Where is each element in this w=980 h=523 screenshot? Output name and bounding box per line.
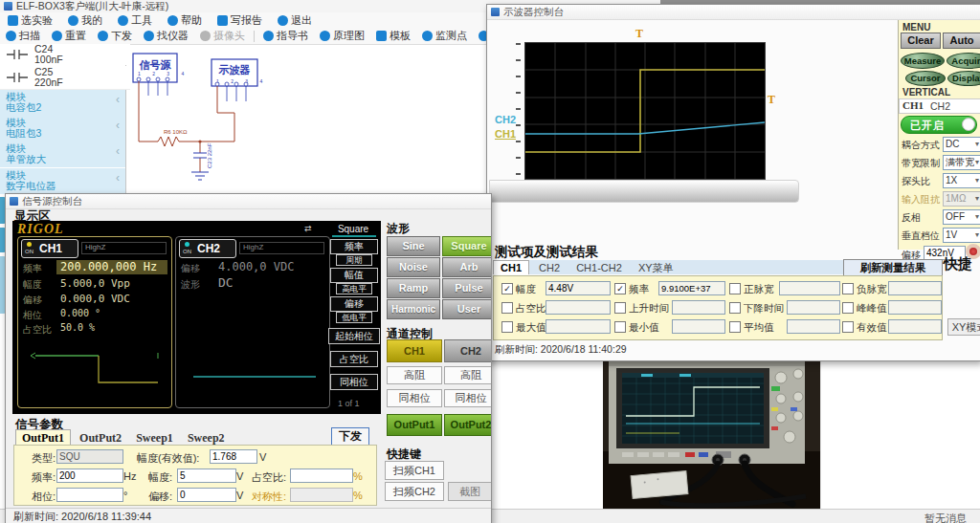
trigger-level-marker[interactable]: T: [768, 93, 775, 107]
rigol-ch1-tab[interactable]: ON CH1: [21, 239, 78, 258]
menu-exit[interactable]: 退出: [270, 12, 320, 28]
amp-input[interactable]: [177, 469, 236, 483]
ch1-same-phase-button[interactable]: 同相位: [387, 389, 442, 407]
softkey-amplitude[interactable]: 幅值: [330, 268, 378, 283]
wave-harmonic-button[interactable]: Harmonic: [387, 299, 440, 319]
plot-h-scrollbar[interactable]: [489, 180, 799, 203]
sweep-ch1-button[interactable]: 扫频CH1: [385, 461, 444, 480]
softkey-start-phase[interactable]: 起始相位: [328, 328, 380, 344]
checkbox-min[interactable]: [614, 321, 626, 333]
freq-input[interactable]: [56, 469, 123, 483]
neg-pulse-width-result[interactable]: [888, 281, 942, 295]
refresh-measurements-button[interactable]: 刷新测量结果: [843, 259, 943, 276]
menu-write-report[interactable]: 写报告: [210, 12, 270, 28]
tab-ch1[interactable]: CH1: [902, 99, 924, 111]
rise-time-result[interactable]: [672, 300, 725, 315]
toolbar-reset[interactable]: 重置: [46, 28, 92, 44]
sidebar-module-resistors[interactable]: 模块电阻包3: [0, 116, 125, 142]
sidebar-module-digital-pot[interactable]: 模块数字电位器: [0, 168, 125, 194]
offset-param-input[interactable]: [177, 488, 236, 502]
rms-result[interactable]: [888, 319, 942, 334]
toolbar-monitor-point[interactable]: 监测点: [416, 28, 473, 44]
xy-mode-button[interactable]: XY模式: [947, 318, 980, 336]
toolbar-guide[interactable]: 指导书: [257, 28, 314, 44]
checkbox-rms[interactable]: [842, 321, 854, 333]
bandwidth-select[interactable]: 满带宽: [943, 155, 980, 170]
channel-ch1-button[interactable]: CH1: [387, 339, 442, 362]
wave-ramp-button[interactable]: Ramp: [387, 278, 440, 298]
trigger-position-marker[interactable]: T: [635, 27, 643, 41]
frequency-result[interactable]: [658, 281, 725, 295]
softkey-high-level[interactable]: 高电平: [336, 283, 372, 294]
softkey-same-phase[interactable]: 同相位: [330, 374, 378, 390]
ch1-high-z-button[interactable]: 高阻: [387, 366, 442, 384]
sweep-ch2-button[interactable]: 扫频CH2: [385, 482, 444, 501]
auto-button[interactable]: Auto: [943, 33, 980, 49]
test-tab-ch1[interactable]: CH1: [493, 260, 529, 274]
checkbox-rise-time[interactable]: [614, 302, 626, 314]
sidebar-component-c24[interactable]: C24100nF: [0, 44, 130, 65]
ch2-high-z-button[interactable]: 高阻: [444, 366, 492, 384]
ch2-same-phase-button[interactable]: 同相位: [444, 389, 492, 407]
min-result[interactable]: [672, 319, 725, 334]
toolbar-template[interactable]: 模板: [370, 28, 416, 44]
coupling-select[interactable]: DC: [943, 137, 980, 152]
wave-arb-button[interactable]: Arb: [442, 257, 492, 277]
menu-help[interactable]: 帮助: [160, 12, 210, 28]
wave-noise-button[interactable]: Noise: [387, 257, 440, 277]
tab-ch2[interactable]: CH2: [930, 100, 950, 112]
test-tab-ch1-ch2[interactable]: CH1-CH2: [569, 261, 629, 274]
checkbox-peak-peak[interactable]: [842, 302, 854, 314]
amplitude-result[interactable]: [546, 281, 611, 295]
screenshot-button[interactable]: 截图: [448, 482, 492, 501]
acquire-button[interactable]: Acquire: [947, 53, 980, 69]
probe-ratio-select[interactable]: 1X: [943, 173, 980, 188]
menu-tools[interactable]: 工具: [110, 12, 160, 28]
rms-input[interactable]: [210, 449, 257, 464]
sidebar-module-capacitors[interactable]: 模块电容包2: [0, 90, 125, 116]
output2-button[interactable]: OutPut2: [444, 414, 492, 436]
toolbar-find-instrument[interactable]: 找仪器: [138, 28, 194, 44]
peak-peak-result[interactable]: [888, 300, 942, 315]
wave-sine-button[interactable]: Sine: [387, 236, 440, 256]
send-params-button[interactable]: 下发: [331, 427, 369, 446]
vertical-scale-select[interactable]: 1V: [943, 228, 980, 243]
menu-mine[interactable]: 我的: [60, 12, 110, 28]
scope-plot[interactable]: [524, 42, 766, 180]
average-result[interactable]: [787, 319, 840, 334]
softkey-low-level[interactable]: 低电平: [336, 312, 372, 323]
duty-input[interactable]: [290, 469, 353, 483]
channel-enabled-toggle[interactable]: 已开启: [901, 116, 977, 134]
wave-square-button[interactable]: Square: [442, 236, 492, 256]
softkey-duty[interactable]: 占空比: [330, 351, 378, 367]
max-result[interactable]: [546, 319, 611, 334]
measure-button[interactable]: Measure: [901, 53, 945, 69]
channel-ch2-button[interactable]: CH2: [444, 339, 492, 362]
checkbox-max[interactable]: [501, 321, 513, 333]
display-button[interactable]: Display: [947, 71, 980, 86]
checkbox-fall-time[interactable]: [729, 302, 741, 314]
sidebar-module-amplifier[interactable]: 模块单管放大: [0, 142, 125, 167]
pos-pulse-width-result[interactable]: [779, 281, 840, 295]
phase-input[interactable]: [56, 488, 123, 502]
cursor-button[interactable]: Cursor: [905, 71, 946, 86]
checkbox-frequency[interactable]: ✓: [614, 283, 626, 294]
fall-time-result[interactable]: [787, 300, 840, 315]
toolbar-send[interactable]: 下发: [92, 28, 138, 44]
toolbar-scan[interactable]: 扫描: [0, 28, 46, 44]
checkbox-amplitude[interactable]: ✓: [501, 283, 513, 294]
softkey-frequency[interactable]: 频率: [330, 239, 378, 254]
output1-button[interactable]: OutPut1: [387, 414, 442, 436]
toolbar-schematic[interactable]: 原理图: [314, 28, 370, 44]
menu-select-experiment[interactable]: 选实验: [0, 12, 60, 28]
checkbox-average[interactable]: [729, 321, 741, 333]
scope-titlebar[interactable]: 示波器控制台: [487, 5, 980, 20]
test-tab-ch2[interactable]: CH2: [532, 261, 567, 274]
checkbox-pos-pulse-width[interactable]: [729, 283, 741, 294]
duty-result[interactable]: [546, 300, 611, 315]
sidebar-component-c25[interactable]: C25220nF: [0, 66, 130, 90]
invert-select[interactable]: OFF: [943, 209, 980, 225]
softkey-offset[interactable]: 偏移: [330, 296, 378, 312]
checkbox-duty[interactable]: [501, 302, 513, 314]
wave-user-button[interactable]: User: [442, 299, 492, 319]
